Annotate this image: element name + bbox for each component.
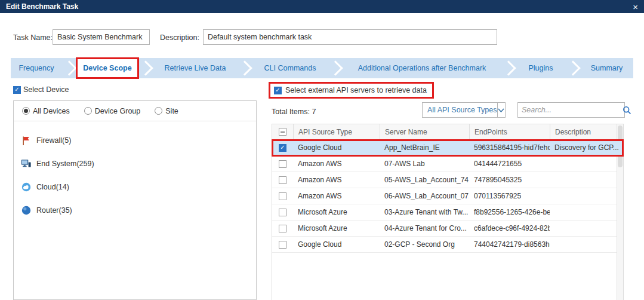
table-row-azure-2[interactable]: Microsoft Azure 04-Azure Tenant for Cro.… xyxy=(272,221,623,237)
col-header-api-source-type[interactable]: API Source Type xyxy=(293,124,380,139)
cell-server-name: 06-AWS_Lab_Account_07... xyxy=(380,188,469,204)
device-scope-radio-group: All Devices Device Group Site xyxy=(14,101,256,121)
device-type-end-system[interactable]: End System(259) xyxy=(21,157,256,171)
close-icon[interactable]: × xyxy=(633,2,638,11)
cell-server-name: 07-AWS Lab xyxy=(380,156,469,172)
device-type-label: Firewall(5) xyxy=(36,136,71,145)
task-name-input[interactable] xyxy=(53,29,150,45)
tab-label: Summary xyxy=(591,64,623,72)
search-icon[interactable] xyxy=(623,106,631,115)
table-header: API Source Type Server Name EndPoints De… xyxy=(272,124,623,140)
tab-label: Frequency xyxy=(19,64,54,72)
device-type-router[interactable]: Router(35) xyxy=(21,203,256,218)
tab-summary[interactable]: Summary xyxy=(580,58,633,78)
row-checkbox-cell xyxy=(272,221,293,236)
cell-description xyxy=(550,156,623,172)
cell-endpoints: 596315864195-hid7fehc... xyxy=(469,140,550,155)
radio-label: All Devices xyxy=(33,107,70,115)
search-box xyxy=(517,102,625,118)
row-checkbox[interactable] xyxy=(279,209,286,216)
cell-server-name: 02-GCP - Second Org xyxy=(380,237,469,252)
cell-description xyxy=(550,204,623,220)
cell-description xyxy=(550,172,623,188)
cell-api-source-type: Amazon AWS xyxy=(293,188,380,204)
row-checkbox[interactable] xyxy=(279,176,286,184)
device-type-cloud[interactable]: Cloud(14) xyxy=(21,180,256,194)
description-input[interactable] xyxy=(203,29,497,45)
wizard-steps: Frequency Device Scope Retrieve Live Dat… xyxy=(11,58,633,78)
row-checkbox[interactable] xyxy=(279,144,286,152)
select-all-checkbox[interactable] xyxy=(279,128,286,136)
row-checkbox-cell xyxy=(272,188,293,204)
chevron-right-icon xyxy=(501,58,516,78)
cell-endpoints: f8b92556-1265-426e-be... xyxy=(469,204,550,220)
tab-label: Additional Operations after Benchmark xyxy=(358,64,486,72)
search-input[interactable] xyxy=(518,103,623,117)
row-checkbox[interactable] xyxy=(279,241,286,249)
select-device-option[interactable]: Select Device xyxy=(13,85,69,94)
device-type-label: Router(35) xyxy=(36,206,72,215)
table-row-aws-1[interactable]: Amazon AWS 07-AWS Lab 041444721655 xyxy=(272,156,623,172)
chevron-right-icon xyxy=(138,58,153,78)
col-header-server-name[interactable]: Server Name xyxy=(380,124,469,139)
radio-dot-icon xyxy=(84,107,92,115)
chevron-right-icon xyxy=(62,58,76,78)
radio-dot-icon xyxy=(155,107,162,115)
cell-server-name: App_NetBrain_IE xyxy=(380,140,469,155)
table-row-google-cloud-2[interactable]: Google Cloud 02-GCP - Second Org 7440427… xyxy=(272,237,623,253)
tab-device-scope[interactable]: Device Scope xyxy=(76,58,138,78)
cell-api-source-type: Google Cloud xyxy=(293,237,380,252)
cell-api-source-type: Microsoft Azure xyxy=(293,221,380,236)
select-device-checkbox[interactable] xyxy=(13,86,21,94)
select-api-servers-label: Select external API servers to retrieve … xyxy=(285,86,427,94)
table-row-aws-2[interactable]: Amazon AWS 05-AWS_Lab_Account_74... 7478… xyxy=(272,172,623,188)
firewall-icon xyxy=(21,136,31,146)
col-header-endpoints[interactable]: EndPoints xyxy=(469,124,550,139)
row-checkbox-cell xyxy=(272,156,293,172)
row-checkbox[interactable] xyxy=(279,192,286,200)
cell-description xyxy=(550,237,623,252)
cell-endpoints: 744042742179-di8563hg... xyxy=(469,237,550,252)
tab-plugins[interactable]: Plugins xyxy=(516,58,566,78)
total-items: Total Items: 7 xyxy=(272,108,316,116)
api-server-table: API Source Type Server Name EndPoints De… xyxy=(272,124,624,300)
api-source-type-dropdown[interactable]: All API Source Types xyxy=(422,102,506,118)
chevron-right-icon xyxy=(238,58,252,78)
cell-endpoints: 747895045325 xyxy=(469,172,550,188)
device-type-label: End System(259) xyxy=(36,160,94,168)
table-row-aws-3[interactable]: Amazon AWS 06-AWS_Lab_Account_07... 0701… xyxy=(272,188,623,204)
radio-device-group[interactable]: Device Group xyxy=(84,107,140,115)
tab-frequency[interactable]: Frequency xyxy=(11,58,62,78)
tab-label: Retrieve Live Data xyxy=(165,64,226,72)
select-api-servers-checkbox[interactable] xyxy=(274,87,282,94)
table-row-azure-1[interactable]: Microsoft Azure 03-Azure Tenant with Tw.… xyxy=(272,204,623,221)
select-device-label: Select Device xyxy=(23,85,69,94)
device-type-list: Firewall(5) End System(259) xyxy=(14,121,256,218)
cell-description xyxy=(550,221,623,236)
tab-additional-operations[interactable]: Additional Operations after Benchmark xyxy=(343,58,501,78)
col-header-description[interactable]: Description xyxy=(550,124,623,139)
radio-all-devices[interactable]: All Devices xyxy=(22,107,70,115)
radio-site[interactable]: Site xyxy=(155,107,178,115)
dropdown-selected-value: All API Source Types xyxy=(423,106,497,114)
tab-retrieve-live-data[interactable]: Retrieve Live Data xyxy=(153,58,238,78)
select-api-servers-option[interactable]: Select external API servers to retrieve … xyxy=(269,82,434,99)
task-name-label: Task Name: xyxy=(13,33,53,42)
table-row-google-cloud-1[interactable]: Google Cloud App_NetBrain_IE 59631586419… xyxy=(272,140,623,156)
table-body: Google Cloud App_NetBrain_IE 59631586419… xyxy=(272,140,623,253)
tab-cli-commands[interactable]: CLI Commands xyxy=(252,58,328,78)
row-checkbox-cell xyxy=(272,204,293,220)
cell-api-source-type: Microsoft Azure xyxy=(293,204,380,220)
cell-server-name: 04-Azure Tenant for Cro... xyxy=(380,221,469,236)
description-label: Description: xyxy=(160,33,199,42)
cell-server-name: 05-AWS_Lab_Account_74... xyxy=(380,172,469,188)
row-checkbox-cell xyxy=(272,172,293,188)
row-checkbox[interactable] xyxy=(279,160,286,168)
radio-label: Site xyxy=(165,107,178,115)
chevron-right-icon xyxy=(328,58,343,78)
cell-api-source-type: Amazon AWS xyxy=(293,172,380,188)
device-type-label: Cloud(14) xyxy=(36,183,69,191)
cell-endpoints: c6afdece-c96f-4924-82b... xyxy=(469,221,550,236)
row-checkbox[interactable] xyxy=(279,225,286,232)
device-type-firewall[interactable]: Firewall(5) xyxy=(21,133,256,148)
